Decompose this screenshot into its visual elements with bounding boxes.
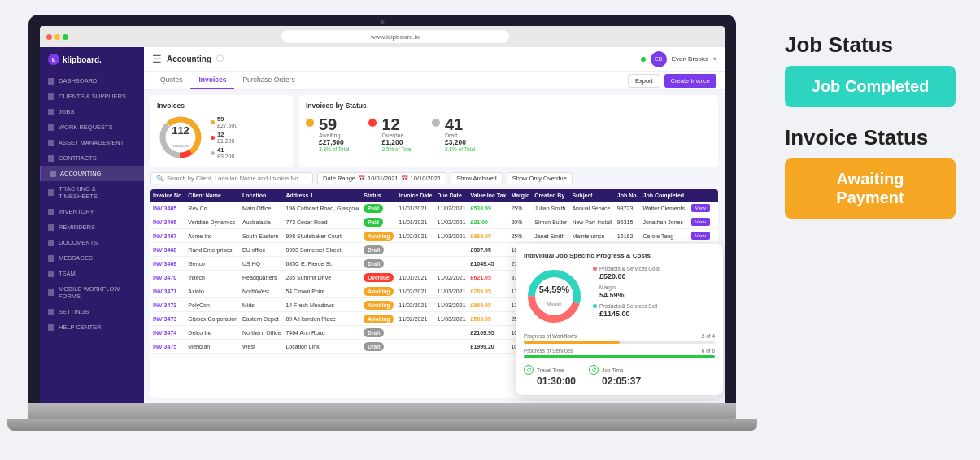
awaiting-status-value: £27,500 bbox=[319, 138, 349, 146]
sidebar-item-tracking-&-timesheets[interactable]: TRACKING & TIMESHEETS bbox=[40, 181, 144, 204]
cell-address: 196 Cathcart Road, Glasgow bbox=[283, 202, 361, 215]
cell-address: 998 Studebaker Court bbox=[283, 229, 361, 243]
workflows-progress-label: Progress of Workflows bbox=[524, 333, 577, 339]
services-progress-bar-fill bbox=[524, 355, 715, 358]
cell-job-completed: Jonathan Jones bbox=[641, 215, 689, 229]
cell-location: NorthWest bbox=[240, 284, 283, 298]
view-button[interactable]: View bbox=[691, 204, 710, 212]
cell-client: Globex Corporation bbox=[185, 312, 240, 326]
awaiting-big-count: 59 bbox=[319, 116, 349, 132]
sidebar-item-clients-&-suppliers[interactable]: CLIENTS & SUPPLIERS bbox=[40, 89, 144, 104]
draft-value: £3,200 bbox=[217, 154, 234, 159]
col-margin: Margin bbox=[508, 189, 532, 202]
cell-inv-date bbox=[396, 326, 434, 340]
cell-address: 54 Crown Point bbox=[283, 284, 361, 298]
job-popup-title: Individual Job Specific Progress & Costs bbox=[524, 252, 715, 259]
date-range-label: Date Range bbox=[323, 175, 355, 182]
services-progress-label: Progress of Services bbox=[524, 348, 573, 354]
hamburger-icon[interactable]: ☰ bbox=[152, 53, 162, 65]
search-box[interactable]: 🔍 bbox=[150, 172, 313, 184]
cell-job-completed: Walter Clements bbox=[641, 202, 689, 215]
sidebar-item-accounting[interactable]: ACCOUNTING bbox=[40, 166, 144, 181]
cell-value: £2109.95 bbox=[468, 326, 509, 340]
show-archived-toggle[interactable]: Show Archived bbox=[451, 172, 503, 184]
sidebar-icon bbox=[48, 324, 54, 331]
sidebar-icon bbox=[48, 289, 54, 296]
col-client: Client Name bbox=[185, 189, 240, 202]
cell-status: Awaiting bbox=[361, 298, 396, 312]
cell-address: 773 Cedar Road bbox=[283, 215, 361, 229]
job-time-label: Job Time bbox=[602, 367, 623, 373]
show-overdue-toggle[interactable]: Show Only Overdue bbox=[507, 172, 573, 184]
status-card-title: Invoices by Status bbox=[306, 102, 712, 110]
cell-inv-no: INV 3475 bbox=[150, 340, 185, 354]
workflows-progress-bar-fill bbox=[524, 341, 620, 344]
search-input[interactable] bbox=[167, 175, 307, 182]
cell-status: Draft bbox=[361, 257, 396, 271]
cell-subject: Maintenance bbox=[569, 229, 614, 243]
sidebar-item-mobile-workflow-forms[interactable]: MOBILE WORKFLOW FORMS bbox=[40, 281, 144, 304]
job-completed-label: Job Completed bbox=[812, 77, 929, 95]
date-to: 10/10/2021 bbox=[411, 175, 442, 182]
date-range-filter[interactable]: Date Range 📅 10/01/2021 📅 10/10/2021 bbox=[317, 172, 446, 184]
date-from: 10/01/2021 bbox=[368, 175, 399, 182]
sidebar-item-dashboard[interactable]: DASHBOARD bbox=[40, 73, 144, 89]
sidebar-item-settings[interactable]: SETTINGS bbox=[40, 304, 144, 319]
overdue-value: £1,200 bbox=[217, 138, 234, 144]
awaiting-status-pct: 3.8% of Total bbox=[319, 146, 349, 152]
cell-inv-no: INV 3467 bbox=[150, 229, 185, 243]
cell-status: Draft bbox=[361, 340, 396, 354]
view-button[interactable]: View bbox=[691, 232, 710, 240]
tab-invoices[interactable]: Invoices bbox=[190, 72, 234, 89]
user-dropdown-icon[interactable]: ▾ bbox=[713, 55, 716, 63]
help-icon[interactable]: ⓘ bbox=[216, 54, 224, 64]
draft-status-dot bbox=[432, 119, 440, 127]
sidebar-item-jobs[interactable]: JOBS bbox=[40, 104, 144, 119]
cost-legend-dot bbox=[593, 267, 597, 271]
cell-inv-date: 11/02/2021 bbox=[396, 229, 434, 243]
cell-margin: 25% bbox=[508, 202, 532, 215]
tab-quotes[interactable]: Quotes bbox=[152, 72, 190, 89]
sidebar-item-contracts[interactable]: CONTRACTS bbox=[40, 150, 144, 166]
cell-inv-date: 11/01/2021 bbox=[396, 215, 434, 229]
cell-address: 14 Fresh Meadows bbox=[283, 298, 361, 312]
invoices-summary-card: Invoices bbox=[150, 95, 293, 167]
margin-value: 54.59% bbox=[593, 291, 715, 299]
cell-due-date bbox=[435, 326, 468, 340]
export-button[interactable]: Export bbox=[628, 74, 660, 88]
sidebar-icon bbox=[48, 255, 54, 262]
cell-margin: 25% bbox=[508, 229, 532, 243]
maximize-dot bbox=[63, 34, 68, 40]
sidebar-item-help-center[interactable]: HELP CENTER bbox=[40, 319, 144, 335]
sidebar-item-documents[interactable]: DOCUMENTS bbox=[40, 235, 144, 250]
sidebar-item-team[interactable]: TEAM bbox=[40, 266, 144, 281]
cell-created-by: Simon Butler bbox=[532, 215, 569, 229]
view-button[interactable]: View bbox=[691, 218, 710, 226]
sidebar-item-inventory[interactable]: INVENTORY bbox=[40, 204, 144, 219]
sidebar-nav: DASHBOARDCLIENTS & SUPPLIERSJOBSWORK REQ… bbox=[40, 73, 144, 335]
cell-job-no: 95315 bbox=[615, 215, 641, 229]
sidebar-item-work-requests[interactable]: WORK REQUESTS bbox=[40, 119, 144, 135]
overdue-status-dot bbox=[368, 119, 377, 127]
cell-job-no: 98723 bbox=[615, 202, 641, 215]
tab-purchase-orders[interactable]: Purchase Orders bbox=[234, 72, 303, 89]
job-popup-card: Individual Job Specific Progress & Costs bbox=[516, 244, 723, 395]
sidebar-item-messages[interactable]: MESSAGES bbox=[40, 250, 144, 266]
table-row: INV 3465 Rev Co Main Office 196 Cathcart… bbox=[150, 202, 718, 215]
cell-inv-no: INV 3466 bbox=[150, 215, 185, 229]
cell-location: Mids bbox=[240, 298, 283, 312]
cell-status: Paid bbox=[361, 202, 396, 215]
sidebar-item-asset-management[interactable]: ASSET MANAGEMENT bbox=[40, 135, 144, 150]
cell-location: Main Office bbox=[240, 202, 283, 215]
cell-inv-no: INV 3474 bbox=[150, 326, 185, 340]
travel-time-value: 01:30:00 bbox=[524, 375, 576, 387]
col-location: Location bbox=[240, 189, 283, 202]
cell-actions: View bbox=[689, 229, 718, 243]
cell-address: 7464 Ann Road bbox=[283, 326, 361, 340]
avatar[interactable]: EB bbox=[651, 51, 667, 67]
create-invoice-button[interactable]: Create Invoice bbox=[664, 74, 716, 88]
sidebar-item-reminders[interactable]: REMINDERS bbox=[40, 219, 144, 235]
cell-value: £997.95 bbox=[468, 243, 509, 257]
invoices-card-title: Invoices bbox=[157, 102, 286, 110]
cell-value: £1999.20 bbox=[468, 340, 509, 354]
